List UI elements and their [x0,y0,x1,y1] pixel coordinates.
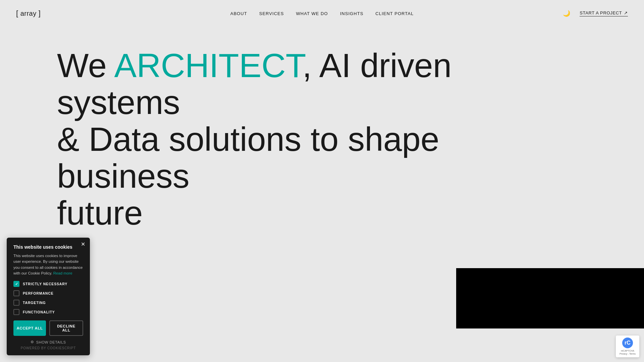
cookie-options: STRICTLY NECESSARY PERFORMANCE TARGETING… [13,281,83,315]
navigation: [ array ] ABOUT SERVICES WHAT WE DO INSI… [0,0,644,27]
hero-section: We ARCHITECT, AI driven systems & Data s… [0,27,644,245]
read-more-link[interactable]: Read more [53,271,72,275]
powered-by-text: POWERED BY COOKIESCRIPT [13,346,83,350]
nav-client-portal[interactable]: CLIENT PORTAL [375,11,414,16]
nav-insights[interactable]: INSIGHTS [340,11,364,16]
logo-bracket-left: [ [16,9,18,18]
functionality-checkbox[interactable] [13,309,19,315]
logo-bracket-right: ] [39,9,41,18]
strictly-necessary-checkbox[interactable] [13,281,19,287]
cookie-option-strictly-necessary[interactable]: STRICTLY NECESSARY [13,281,83,287]
performance-checkbox[interactable] [13,290,19,296]
cookie-option-functionality[interactable]: FUNCTIONALITY [13,309,83,315]
recaptcha-logo: rC [622,338,633,348]
nav-about[interactable]: ABOUT [230,11,247,16]
recaptcha-text: reCAPTCHAPrivacy - Terms [620,349,636,355]
recaptcha-badge: rC reCAPTCHAPrivacy - Terms [616,336,639,357]
cookie-banner: ✕ This website uses cookies This website… [7,238,90,355]
start-project-button[interactable]: START A PROJECT ↗ [580,10,628,16]
show-details-toggle[interactable]: ⚙ SHOW DETAILS [13,340,83,344]
nav-links: ABOUT SERVICES WHAT WE DO INSIGHTS CLIEN… [230,11,414,16]
nav-what-we-do[interactable]: WHAT WE DO [296,11,328,16]
logo-text: array [20,10,37,17]
nav-right: 🌙 START A PROJECT ↗ [563,10,628,17]
cookie-buttons: ACCEPT ALL DECLINE ALL [13,320,83,336]
cookie-option-performance[interactable]: PERFORMANCE [13,290,83,296]
brand-logo[interactable]: [ array ] [16,9,41,18]
cookie-option-targeting[interactable]: TARGETING [13,300,83,306]
accept-all-button[interactable]: ACCEPT ALL [13,320,46,336]
dark-mode-toggle[interactable]: 🌙 [563,10,570,17]
hero-title: We ARCHITECT, AI driven systems & Data s… [57,47,493,231]
cookie-title: This website uses cookies [13,244,83,250]
hero-video[interactable] [456,268,644,328]
external-link-icon: ↗ [624,10,628,15]
cookie-description: This website uses cookies to improve use… [13,253,83,276]
gear-icon: ⚙ [31,340,34,344]
nav-services[interactable]: SERVICES [259,11,284,16]
cookie-close-button[interactable]: ✕ [81,242,85,247]
targeting-checkbox[interactable] [13,300,19,306]
decline-all-button[interactable]: DECLINE ALL [49,320,83,336]
